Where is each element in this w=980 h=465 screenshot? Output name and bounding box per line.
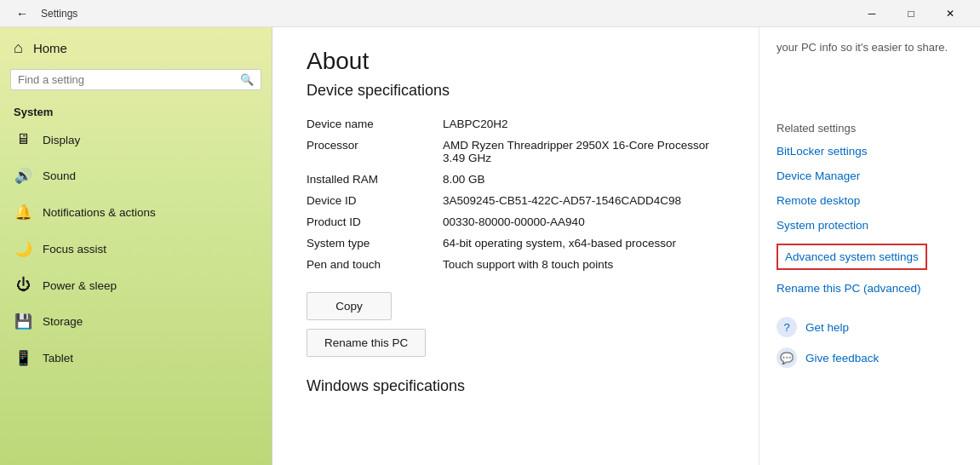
power-icon: ⏻ — [14, 277, 32, 294]
spec-value-system-type: 64-bit operating system, x64-based proce… — [443, 232, 725, 254]
get-help-label: Get help — [805, 321, 849, 334]
sidebar-item-sound-label: Sound — [43, 169, 76, 182]
intro-text: your PC info so it's easier to share. — [777, 41, 963, 54]
sidebar-item-power-label: Power & sleep — [43, 279, 117, 292]
search-input[interactable] — [18, 73, 235, 86]
back-icon: ← — [16, 7, 28, 20]
related-link-bitlocker[interactable]: BitLocker settings — [777, 145, 963, 158]
spec-row-processor: Processor AMD Ryzen Threadripper 2950X 1… — [307, 135, 725, 169]
sidebar-section-label: System — [0, 97, 272, 122]
sidebar-item-focus-label: Focus assist — [43, 243, 106, 255]
spec-row-system-type: System type 64-bit operating system, x64… — [307, 232, 725, 254]
related-link-system-protection[interactable]: System protection — [777, 219, 963, 232]
sidebar-item-tablet-label: Tablet — [43, 352, 73, 365]
home-label: Home — [33, 41, 67, 55]
spec-label-system-type: System type — [307, 232, 443, 254]
spec-value-device-id: 3A509245-CB51-422C-AD57-1546CADD4C98 — [443, 190, 725, 211]
device-specs-table: Device name LABPC20H2 Processor AMD Ryze… — [307, 113, 725, 275]
spec-label-device-name: Device name — [307, 113, 443, 135]
maximize-icon: □ — [908, 8, 914, 20]
copy-button[interactable]: Copy — [307, 292, 392, 320]
focus-icon: 🌙 — [14, 240, 32, 258]
give-feedback-label: Give feedback — [805, 352, 879, 365]
action-buttons: Copy Rename this PC — [307, 292, 725, 357]
sidebar-item-storage[interactable]: 💾 Storage — [0, 303, 272, 340]
sidebar: ⌂ Home 🔍 System 🖥 Display 🔊 Sound 🔔 Noti… — [0, 27, 272, 465]
spec-row-pen-touch: Pen and touch Touch support with 8 touch… — [307, 254, 725, 275]
display-icon: 🖥 — [14, 131, 32, 148]
maximize-button[interactable]: □ — [891, 0, 931, 27]
rename-button[interactable]: Rename this PC — [307, 329, 426, 357]
spec-row-ram: Installed RAM 8.00 GB — [307, 169, 725, 190]
minimize-button[interactable]: ─ — [852, 0, 891, 27]
spec-row-product-id: Product ID 00330-80000-00000-AA940 — [307, 211, 725, 232]
main-container: ⌂ Home 🔍 System 🖥 Display 🔊 Sound 🔔 Noti… — [0, 27, 980, 465]
back-button[interactable]: ← — [10, 2, 34, 26]
related-link-device-manager[interactable]: Device Manager — [777, 169, 963, 182]
spec-value-product-id: 00330-80000-00000-AA940 — [443, 211, 725, 232]
sidebar-item-notifications-label: Notifications & actions — [43, 206, 156, 219]
sidebar-item-notifications[interactable]: 🔔 Notifications & actions — [0, 194, 272, 231]
sidebar-item-focus[interactable]: 🌙 Focus assist — [0, 231, 272, 267]
right-panel: your PC info so it's easier to share. Re… — [759, 27, 980, 465]
give-feedback-icon: 💬 — [777, 347, 797, 368]
get-help-item[interactable]: ? Get help — [777, 317, 963, 337]
content-wrapper: About Device specifications Device name … — [272, 27, 980, 465]
sidebar-item-sound[interactable]: 🔊 Sound — [0, 158, 272, 194]
search-box: 🔍 — [10, 69, 261, 90]
help-section: ? Get help 💬 Give feedback — [777, 308, 963, 368]
spec-value-ram: 8.00 GB — [443, 169, 725, 190]
spec-label-pen-touch: Pen and touch — [307, 254, 443, 275]
spec-row-device-name: Device name LABPC20H2 — [307, 113, 725, 135]
sidebar-home-item[interactable]: ⌂ Home — [0, 27, 272, 69]
spec-label-product-id: Product ID — [307, 211, 443, 232]
window-controls: ─ □ ✕ — [852, 0, 970, 27]
sidebar-item-power[interactable]: ⏻ Power & sleep — [0, 267, 272, 303]
minimize-icon: ─ — [868, 8, 876, 20]
storage-icon: 💾 — [14, 313, 32, 330]
page-title: About — [307, 48, 725, 75]
windows-specs-heading: Windows specifications — [307, 377, 725, 395]
spec-value-pen-touch: Touch support with 8 touch points — [443, 254, 725, 275]
close-icon: ✕ — [946, 8, 954, 20]
notifications-icon: 🔔 — [14, 204, 32, 221]
device-specs-heading: Device specifications — [307, 82, 725, 100]
main-content: About Device specifications Device name … — [272, 27, 759, 465]
spec-label-device-id: Device ID — [307, 190, 443, 211]
sidebar-item-display[interactable]: 🖥 Display — [0, 122, 272, 158]
spec-row-device-id: Device ID 3A509245-CB51-422C-AD57-1546CA… — [307, 190, 725, 211]
spec-label-processor: Processor — [307, 135, 443, 169]
spec-label-ram: Installed RAM — [307, 169, 443, 190]
spec-value-processor: AMD Ryzen Threadripper 2950X 16-Core Pro… — [443, 135, 725, 169]
sound-icon: 🔊 — [14, 167, 32, 185]
close-button[interactable]: ✕ — [931, 0, 970, 27]
search-icon: 🔍 — [240, 73, 254, 86]
related-link-advanced-system[interactable]: Advanced system settings — [777, 244, 927, 270]
related-link-remote-desktop[interactable]: Remote desktop — [777, 194, 963, 207]
titlebar-title: Settings — [41, 8, 77, 20]
spec-value-device-name: LABPC20H2 — [443, 113, 725, 135]
titlebar: ← Settings ─ □ ✕ — [0, 0, 980, 27]
sidebar-item-display-label: Display — [43, 134, 80, 146]
related-link-rename-advanced[interactable]: Rename this PC (advanced) — [777, 282, 963, 295]
tablet-icon: 📱 — [14, 349, 32, 367]
sidebar-item-tablet[interactable]: 📱 Tablet — [0, 340, 272, 376]
home-icon: ⌂ — [14, 39, 23, 57]
give-feedback-item[interactable]: 💬 Give feedback — [777, 347, 963, 368]
get-help-icon: ? — [777, 317, 797, 337]
related-settings-title: Related settings — [777, 122, 963, 135]
sidebar-item-storage-label: Storage — [43, 315, 83, 328]
